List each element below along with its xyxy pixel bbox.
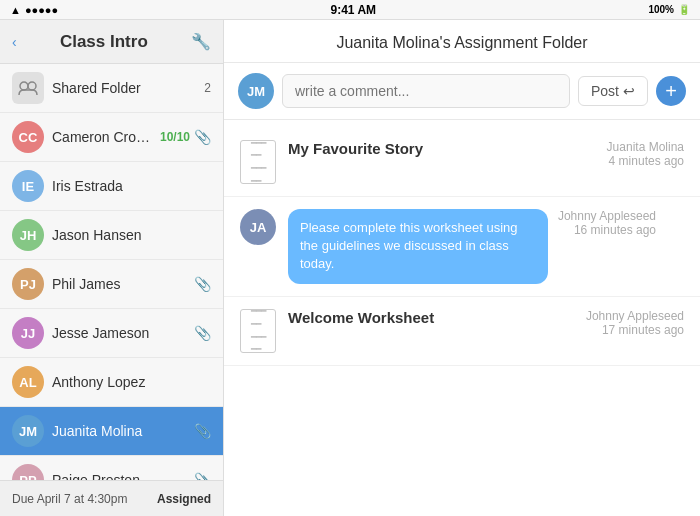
sidebar-item-juanita[interactable]: JMJuanita Molina📎	[0, 407, 223, 456]
comment-bar: JM Post ↩ +	[224, 63, 700, 120]
sidebar-item-anthony[interactable]: ALAnthony Lopez	[0, 358, 223, 407]
back-button[interactable]: ‹	[12, 34, 17, 50]
svg-point-1	[28, 82, 36, 90]
sidebar-footer: Due April 7 at 4:30pm Assigned	[0, 480, 223, 516]
sidebar-item-jesse[interactable]: JJJesse Jameson📎	[0, 309, 223, 358]
item-name-anthony: Anthony Lopez	[52, 374, 211, 390]
clip-icon: 📎	[194, 423, 211, 439]
comment-sender: Johnny Appleseed	[558, 209, 656, 223]
sidebar-list: Shared Folder2CCCameron Cromp...10/10📎IE…	[0, 64, 223, 480]
doc-icon: ━━━━━━━━━━	[240, 140, 276, 184]
assignment-info: My Favourite Story	[288, 140, 584, 157]
post-icon: ↩	[623, 83, 635, 99]
assignment-story[interactable]: ━━━━━━━━━━ My Favourite Story Juanita Mo…	[224, 128, 700, 197]
avatar-paige: PP	[12, 464, 44, 480]
sidebar-item-shared[interactable]: Shared Folder2	[0, 64, 223, 113]
assignment-title: Welcome Worksheet	[288, 309, 584, 326]
assignment-title: My Favourite Story	[288, 140, 584, 157]
item-name-shared: Shared Folder	[52, 80, 200, 96]
assignment-comment[interactable]: JA Please complete this worksheet using …	[224, 197, 700, 297]
sender-name: Juanita Molina	[607, 140, 684, 154]
item-name-iris: Iris Estrada	[52, 178, 211, 194]
panel-title: Juanita Molina's Assignment Folder	[240, 34, 684, 52]
avatar-jason: JH	[12, 219, 44, 251]
item-name-paige: Paige Preston	[52, 472, 190, 480]
post-button[interactable]: Post ↩	[578, 76, 648, 106]
status-left: ▲ ●●●●●	[10, 4, 58, 16]
doc-icon: ━━━━━━━━━━	[240, 309, 276, 353]
sidebar-item-cameron[interactable]: CCCameron Cromp...10/10📎	[0, 113, 223, 162]
add-button[interactable]: +	[656, 76, 686, 106]
right-panel: Juanita Molina's Assignment Folder JM Po…	[224, 20, 700, 516]
avatar-phil: PJ	[12, 268, 44, 300]
avatar-cameron: CC	[12, 121, 44, 153]
send-time: 17 minutes ago	[602, 323, 684, 337]
comment-user-avatar: JM	[238, 73, 274, 109]
comment-time: 16 minutes ago	[574, 223, 656, 237]
battery-percent: 100%	[648, 4, 674, 15]
panel-header: Juanita Molina's Assignment Folder	[224, 20, 700, 63]
assignment-meta: Johnny Appleseed 17 minutes ago	[584, 309, 684, 337]
clip-icon: 📎	[194, 325, 211, 341]
avatar-juanita: JM	[12, 415, 44, 447]
avatar-iris: IE	[12, 170, 44, 202]
footer-assigned: Assigned	[157, 492, 211, 506]
signal-icon: ●●●●●	[25, 4, 58, 16]
assignment-row: Welcome Worksheet Johnny Appleseed 17 mi…	[288, 309, 684, 337]
wrench-icon[interactable]: 🔧	[191, 32, 211, 51]
sidebar-item-iris[interactable]: IEIris Estrada	[0, 162, 223, 211]
wifi-icon: ▲	[10, 4, 21, 16]
sidebar-title: Class Intro	[60, 32, 148, 52]
status-bar: ▲ ●●●●● 9:41 AM 100% 🔋	[0, 0, 700, 20]
badge-score: 10/10	[160, 130, 190, 144]
clip-icon: 📎	[194, 472, 211, 480]
item-name-juanita: Juanita Molina	[52, 423, 190, 439]
status-time: 9:41 AM	[330, 3, 376, 17]
assignment-worksheet[interactable]: ━━━━━━━━━━ Welcome Worksheet Johnny Appl…	[224, 297, 700, 366]
sidebar-item-paige[interactable]: PPPaige Preston📎	[0, 456, 223, 480]
commenter-avatar: JA	[240, 209, 276, 245]
item-name-jesse: Jesse Jameson	[52, 325, 190, 341]
sender-name: Johnny Appleseed	[586, 309, 684, 323]
comment-bubble: Please complete this worksheet using the…	[288, 209, 548, 284]
comment-input[interactable]	[282, 74, 570, 108]
assignment-row: My Favourite Story Juanita Molina 4 minu…	[288, 140, 684, 168]
avatar-shared	[12, 72, 44, 104]
comment-avatar-initials: JM	[247, 84, 265, 99]
item-name-phil: Phil James	[52, 276, 190, 292]
clip-icon: 📎	[194, 129, 211, 145]
footer-due: Due April 7 at 4:30pm	[12, 492, 127, 506]
battery-icon: 🔋	[678, 4, 690, 15]
avatar-jesse: JJ	[12, 317, 44, 349]
item-name-jason: Jason Hansen	[52, 227, 211, 243]
item-name-cameron: Cameron Cromp...	[52, 129, 156, 145]
send-time: 4 minutes ago	[609, 154, 684, 168]
assignment-meta: Juanita Molina 4 minutes ago	[584, 140, 684, 168]
status-right: 100% 🔋	[648, 4, 690, 15]
sidebar-item-phil[interactable]: PJPhil James📎	[0, 260, 223, 309]
commenter-initials: JA	[250, 220, 267, 235]
sidebar-header: ‹ Class Intro 🔧	[0, 20, 223, 64]
assignment-info: Welcome Worksheet	[288, 309, 584, 326]
main-layout: ‹ Class Intro 🔧 Shared Folder2CCCameron …	[0, 20, 700, 516]
sidebar-item-jason[interactable]: JHJason Hansen	[0, 211, 223, 260]
comment-meta: Johnny Appleseed 16 minutes ago	[556, 209, 656, 237]
sidebar: ‹ Class Intro 🔧 Shared Folder2CCCameron …	[0, 20, 224, 516]
avatar-anthony: AL	[12, 366, 44, 398]
assignments-list: ━━━━━━━━━━ My Favourite Story Juanita Mo…	[224, 120, 700, 516]
svg-point-0	[20, 82, 28, 90]
clip-icon: 📎	[194, 276, 211, 292]
badge-count: 2	[204, 81, 211, 95]
